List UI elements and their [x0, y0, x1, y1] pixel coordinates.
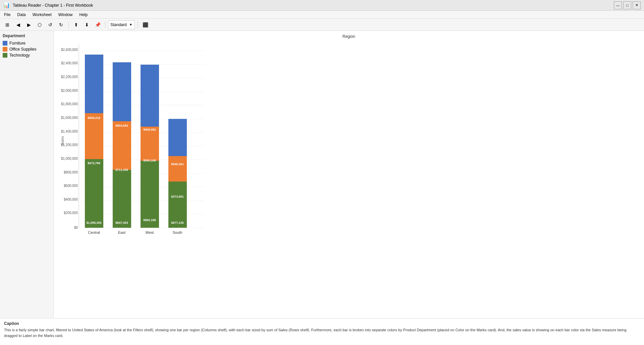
window-title: Tableau Reader - Chapter 1 - First Workb… — [13, 3, 93, 8]
central-technology-label: $1,008,355 — [86, 221, 101, 224]
menu-worksheet[interactable]: Worksheet — [30, 12, 54, 18]
title-bar: 📊 Tableau Reader - Chapter 1 - First Wor… — [0, 0, 644, 11]
central-office-supplies-bar[interactable] — [85, 113, 103, 159]
sort-asc-button[interactable]: ⬆ — [71, 20, 81, 29]
central-technology-bar[interactable] — [85, 159, 103, 228]
fit-dropdown-label: Standard — [110, 22, 127, 27]
svg-text:$1,600,000: $1,600,000 — [61, 116, 78, 120]
svg-text:$1,200,000: $1,200,000 — [61, 143, 78, 147]
south-office-supplies-label: $373,951 — [171, 195, 184, 198]
furniture-label: Furniture — [9, 41, 25, 46]
back-button[interactable]: ◀ — [13, 20, 23, 29]
office-supplies-label: Office Supplies — [9, 47, 37, 52]
menu-help[interactable]: Help — [77, 12, 91, 18]
save-button[interactable]: ⬡ — [35, 20, 44, 29]
technology-swatch — [3, 53, 7, 58]
east-technology-label: $847,303 — [115, 221, 128, 224]
south-technology-label: $677,135 — [171, 221, 184, 224]
home-button[interactable]: ⊞ — [3, 20, 12, 29]
west-technology-bar[interactable] — [141, 161, 159, 228]
east-office-supplies-bar[interactable] — [113, 121, 131, 170]
bar-west[interactable]: $982,189 $500,168 $909,082 West — [141, 65, 159, 234]
office-supplies-swatch — [3, 47, 7, 52]
caption-text: This is a fairly simple bar chart, filte… — [4, 327, 640, 338]
south-x-label: South — [173, 230, 182, 234]
sidebar: Department Furniture Office Supplies Tec… — [0, 31, 54, 318]
svg-text:$1,400,000: $1,400,000 — [61, 130, 78, 133]
chart-panel: Department Furniture Office Supplies Tec… — [0, 31, 644, 318]
legend-technology: Technology — [3, 53, 51, 58]
pin-button[interactable]: 📌 — [93, 20, 102, 29]
technology-label: Technology — [9, 53, 30, 58]
present-button[interactable]: ⬛ — [141, 20, 150, 29]
furniture-swatch — [3, 41, 7, 46]
bar-east[interactable]: $847,303 $711,439 $864,063 East — [113, 62, 131, 234]
chart-title: Region — [57, 34, 641, 39]
caption-title: Caption — [4, 321, 640, 326]
legend-title: Department — [3, 33, 51, 38]
svg-text:$2,000,000: $2,000,000 — [61, 89, 78, 92]
svg-text:$2,600,000: $2,600,000 — [61, 48, 78, 52]
content-wrapper: Department Furniture Office Supplies Tec… — [0, 31, 644, 345]
svg-text:$600,000: $600,000 — [64, 184, 78, 188]
window-controls: — □ ✕ — [614, 1, 641, 9]
east-furniture-bar[interactable] — [113, 62, 131, 121]
svg-text:$2,400,000: $2,400,000 — [61, 61, 78, 65]
legend-office-supplies: Office Supplies — [3, 47, 51, 52]
svg-text:$800,000: $800,000 — [64, 170, 78, 174]
undo-button[interactable]: ↺ — [46, 20, 55, 29]
chart-area: Region Sales $0 — [54, 31, 644, 318]
bar-chart: Sales $0 $200,000 — [57, 40, 211, 241]
west-furniture-bar[interactable] — [141, 65, 159, 127]
sort-desc-button[interactable]: ⬇ — [82, 20, 92, 29]
svg-text:$1,000,000: $1,000,000 — [61, 157, 78, 160]
east-office-supplies-label: $711,439 — [115, 168, 128, 171]
east-furniture-label: $864,063 — [115, 124, 128, 127]
menu-data[interactable]: Data — [14, 12, 28, 18]
legend-furniture: Furniture — [3, 41, 51, 46]
east-technology-bar[interactable] — [113, 170, 131, 228]
chart-and-caption: Department Furniture Office Supplies Tec… — [0, 31, 644, 345]
west-office-supplies-label: $500,168 — [143, 159, 156, 162]
caption-area: Caption This is a fairly simple bar char… — [0, 318, 644, 345]
separator-3 — [138, 21, 138, 28]
chevron-down-icon: ▼ — [129, 23, 132, 26]
bar-central[interactable]: $1,008,355 $672,769 $859,218 Central — [85, 55, 103, 234]
close-button[interactable]: ✕ — [633, 1, 641, 9]
east-x-label: East — [118, 230, 125, 234]
svg-text:$200,000: $200,000 — [64, 211, 78, 215]
central-furniture-bar[interactable] — [85, 55, 103, 113]
redo-button[interactable]: ↻ — [56, 20, 66, 29]
svg-text:$1,800,000: $1,800,000 — [61, 102, 78, 106]
central-office-supplies-label: $672,769 — [88, 161, 100, 165]
central-x-label: Central — [88, 230, 100, 234]
separator-2 — [105, 21, 105, 28]
toolbar: ⊞ ◀ ▶ ⬡ ↺ ↻ ⬆ ⬇ 📌 Standard ▼ ⬛ — [0, 19, 644, 31]
south-office-supplies-bar[interactable] — [168, 156, 187, 182]
menu-file[interactable]: File — [1, 12, 13, 18]
west-office-supplies-bar[interactable] — [141, 127, 159, 161]
west-furniture-label: $909,082 — [143, 128, 156, 131]
svg-text:$0: $0 — [74, 226, 78, 229]
south-furniture-label: $546,261 — [171, 162, 184, 166]
minimize-button[interactable]: — — [614, 1, 622, 9]
forward-button[interactable]: ▶ — [24, 20, 34, 29]
central-furniture-label: $859,218 — [88, 116, 100, 120]
separator-1 — [68, 21, 69, 28]
west-x-label: West — [146, 230, 154, 234]
fit-dropdown[interactable]: Standard ▼ — [108, 20, 135, 29]
app-icon: 📊 — [3, 2, 10, 8]
west-technology-label: $982,189 — [143, 218, 156, 222]
menu-window[interactable]: Window — [56, 12, 75, 18]
maximize-button[interactable]: □ — [623, 1, 631, 9]
menu-bar: File Data Worksheet Window Help — [0, 11, 644, 19]
bar-south[interactable]: $677,135 $373,951 $546,261 South — [168, 119, 187, 234]
svg-text:$2,200,000: $2,200,000 — [61, 75, 78, 79]
svg-text:$400,000: $400,000 — [64, 198, 78, 201]
south-furniture-bar[interactable] — [168, 119, 187, 156]
